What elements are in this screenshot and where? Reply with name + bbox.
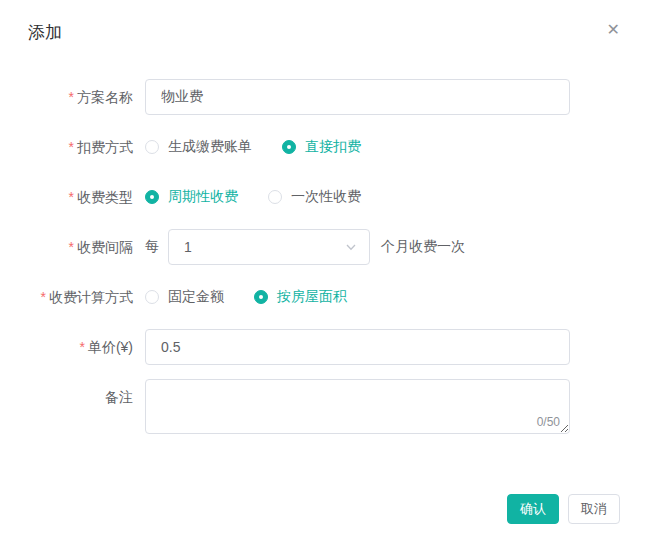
confirm-button[interactable]: 确认 xyxy=(507,494,559,524)
interval-prefix-text: 每 xyxy=(145,238,159,256)
radio-direct-deduct[interactable]: 直接扣费 xyxy=(282,138,361,156)
cancel-button[interactable]: 取消 xyxy=(568,494,620,524)
close-icon[interactable]: ✕ xyxy=(607,22,620,38)
required-asterisk: * xyxy=(69,89,74,105)
calc-method-label: *收费计算方式 xyxy=(28,279,145,315)
radio-icon xyxy=(145,190,159,204)
interval-suffix-text: 个月收费一次 xyxy=(381,238,465,256)
form-row-remark: 备注 0/50 xyxy=(28,379,620,438)
form-row-charge-type: *收费类型 周期性收费 一次性收费 xyxy=(28,179,620,215)
dialog-footer: 确认 取消 xyxy=(507,494,620,524)
required-asterisk: * xyxy=(41,289,46,305)
required-asterisk: * xyxy=(79,339,84,355)
radio-icon xyxy=(254,290,268,304)
required-asterisk: * xyxy=(69,239,74,255)
charge-type-label: *收费类型 xyxy=(28,179,145,215)
interval-select-value: 1 xyxy=(184,239,192,255)
radio-by-house-area[interactable]: 按房屋面积 xyxy=(254,288,347,306)
radio-fixed-amount[interactable]: 固定金额 xyxy=(145,288,224,306)
add-dialog: 添加 ✕ *方案名称 *扣费方式 生成缴费账单 直接扣费 *收费类型 周 xyxy=(0,0,646,551)
plan-name-input[interactable] xyxy=(145,79,570,115)
radio-icon xyxy=(282,140,296,154)
remark-textarea[interactable] xyxy=(145,379,570,434)
dialog-title: 添加 xyxy=(28,20,62,45)
radio-generate-bill[interactable]: 生成缴费账单 xyxy=(145,138,252,156)
plan-name-label: *方案名称 xyxy=(28,79,145,115)
radio-icon xyxy=(145,140,159,154)
charge-interval-label: *收费间隔 xyxy=(28,229,145,265)
required-asterisk: * xyxy=(69,139,74,155)
unit-price-input[interactable] xyxy=(145,329,570,365)
unit-price-label: *单价(¥) xyxy=(28,329,145,365)
chevron-down-icon xyxy=(345,241,357,253)
form-row-charge-interval: *收费间隔 每 1 个月收费一次 xyxy=(28,229,620,265)
remark-label: 备注 xyxy=(28,379,145,415)
radio-icon xyxy=(145,290,159,304)
form-row-plan-name: *方案名称 xyxy=(28,79,620,115)
deduct-method-label: *扣费方式 xyxy=(28,129,145,165)
dialog-header: 添加 ✕ xyxy=(28,20,620,45)
form-row-unit-price: *单价(¥) xyxy=(28,329,620,365)
form-row-deduct-method: *扣费方式 生成缴费账单 直接扣费 xyxy=(28,129,620,165)
radio-periodic-charge[interactable]: 周期性收费 xyxy=(145,188,238,206)
radio-icon xyxy=(268,190,282,204)
form-row-calc-method: *收费计算方式 固定金额 按房屋面积 xyxy=(28,279,620,315)
required-asterisk: * xyxy=(69,189,74,205)
interval-select[interactable]: 1 xyxy=(168,229,370,265)
radio-onetime-charge[interactable]: 一次性收费 xyxy=(268,188,361,206)
